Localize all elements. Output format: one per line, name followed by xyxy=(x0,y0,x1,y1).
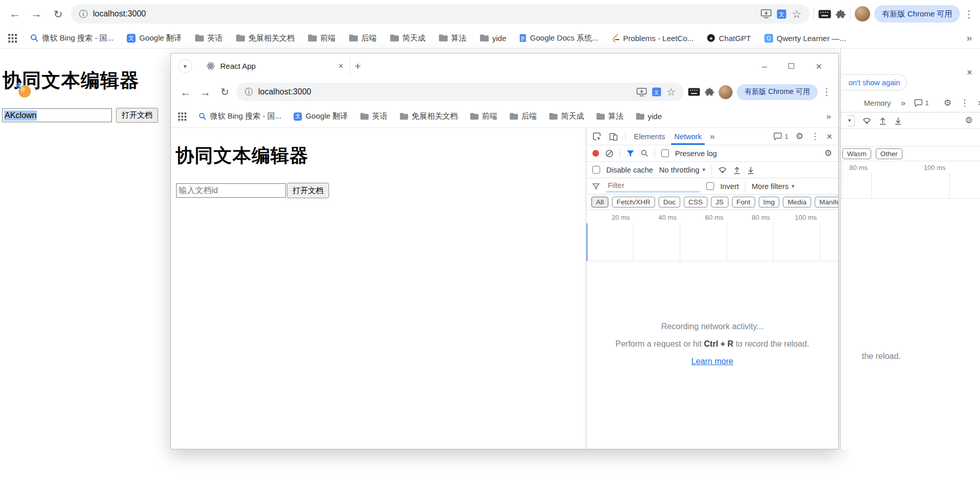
network-conditions-icon[interactable] xyxy=(862,117,871,124)
bookmark-star-icon[interactable]: ☆ xyxy=(792,9,801,20)
chip-fetch-xhr[interactable]: Fetch/XHR xyxy=(612,197,655,207)
browser-menu-icon[interactable]: ⋮ xyxy=(964,9,974,19)
back-icon[interactable]: ← xyxy=(6,5,24,23)
chip-manifest[interactable]: Manifest xyxy=(815,197,838,207)
filter-toggle-icon[interactable] xyxy=(626,150,635,157)
install-app-icon[interactable] xyxy=(637,88,647,97)
tab-close-icon[interactable]: × xyxy=(338,62,343,70)
new-tab-icon[interactable]: + xyxy=(350,59,366,74)
bookmark-item[interactable]: 微软 Bing 搜索 - 国... xyxy=(199,111,281,121)
bookmark-folder[interactable]: 算法 xyxy=(597,111,624,121)
bookmark-folder[interactable]: 后端 xyxy=(510,111,537,121)
devtools-close-icon[interactable]: × xyxy=(827,131,832,141)
bookmark-star-icon[interactable]: ☆ xyxy=(666,87,676,97)
bookmark-item[interactable]: 文 Google 翻译 xyxy=(294,111,348,121)
profile-avatar[interactable] xyxy=(855,6,870,22)
chip-font[interactable]: Font xyxy=(732,197,755,207)
address-bar[interactable]: ⓘ localhost:3000 文 ☆ xyxy=(237,83,684,101)
bookmark-item[interactable]: ∗ ChatGPT xyxy=(707,34,751,43)
bookmark-folder[interactable]: 英语 xyxy=(360,111,388,121)
keyboard-icon[interactable] xyxy=(688,88,700,96)
invert-checkbox[interactable] xyxy=(706,182,714,190)
record-network-icon[interactable] xyxy=(592,150,599,157)
tab-memory[interactable]: Memory xyxy=(863,99,892,107)
minimize-icon[interactable]: – xyxy=(762,62,767,71)
bookmark-folder[interactable]: 前端 xyxy=(470,111,497,121)
device-toolbar-icon[interactable] xyxy=(609,132,618,141)
translate-icon[interactable]: 文 xyxy=(777,9,786,19)
import-har-icon[interactable] xyxy=(733,166,741,174)
bookmark-folder[interactable]: 后端 xyxy=(349,33,377,43)
bookmark-folder[interactable]: yide xyxy=(636,112,662,121)
chip-css[interactable]: CSS xyxy=(684,197,707,207)
network-overview-timeline[interactable]: 20 ms 40 ms 60 ms 80 ms 100 ms xyxy=(586,210,838,261)
doc-id-input[interactable]: AKclown xyxy=(2,108,112,122)
browser-menu-icon[interactable]: ⋮ xyxy=(822,87,831,97)
import-har-icon[interactable] xyxy=(879,117,887,125)
tab-elements[interactable]: Elements xyxy=(633,132,666,141)
network-conditions-icon[interactable] xyxy=(718,166,727,174)
tab-search-icon[interactable]: ▾ xyxy=(178,59,192,73)
devtools-settings-icon[interactable]: ⚙ xyxy=(796,132,803,141)
infobar-close-icon[interactable]: × xyxy=(967,67,972,77)
devtools-menu-icon[interactable]: ⋮ xyxy=(811,132,819,141)
bookmarks-overflow-icon[interactable]: » xyxy=(967,33,972,43)
devtools-close-icon[interactable]: × xyxy=(978,98,980,108)
maximize-icon[interactable] xyxy=(789,63,794,69)
more-filters-dropdown[interactable]: More filters ▾ xyxy=(752,182,794,191)
open-doc-button[interactable]: 打开文档 xyxy=(116,108,158,123)
filter-input[interactable]: Filter xyxy=(606,180,700,193)
doc-id-input[interactable] xyxy=(176,183,286,198)
bookmark-folder[interactable]: yide xyxy=(480,34,507,43)
page-info-icon[interactable]: ⓘ xyxy=(79,10,88,18)
chip-wasm[interactable]: Wasm xyxy=(842,148,871,159)
chrome-update-button[interactable]: 有新版 Chrome 可用 xyxy=(737,84,818,100)
open-doc-button[interactable]: 打开文档 xyxy=(287,183,329,198)
chip-media[interactable]: Media xyxy=(783,197,811,207)
keyboard-icon[interactable] xyxy=(818,10,831,18)
throttling-select-fragment[interactable]: ▾ xyxy=(847,115,855,126)
inspect-element-icon[interactable] xyxy=(592,132,602,141)
extensions-puzzle-icon[interactable] xyxy=(704,87,715,97)
address-bar[interactable]: ⓘ localhost:3000 文 ☆ xyxy=(71,4,810,24)
chrome-update-button[interactable]: 有新版 Chrome 可用 xyxy=(874,5,960,23)
network-settings-icon[interactable]: ⚙ xyxy=(824,149,832,158)
back-icon[interactable]: ← xyxy=(178,84,194,100)
bookmark-folder[interactable]: 免展相关文档 xyxy=(400,111,458,121)
bookmark-item[interactable]: 文 Google 翻译 xyxy=(127,33,182,43)
install-app-icon[interactable] xyxy=(761,9,772,18)
preserve-log-checkbox[interactable] xyxy=(661,149,669,157)
reload-icon[interactable]: ↻ xyxy=(49,5,67,23)
more-tabs-icon[interactable]: » xyxy=(900,99,905,107)
bookmark-folder[interactable]: 英语 xyxy=(195,33,223,43)
reload-icon[interactable]: ↻ xyxy=(217,84,233,100)
chip-img[interactable]: Img xyxy=(759,197,780,207)
export-har-icon[interactable] xyxy=(894,117,902,125)
tab-react-app[interactable]: React App × xyxy=(200,57,350,75)
bookmark-folder[interactable]: 算法 xyxy=(439,33,467,43)
search-network-icon[interactable] xyxy=(641,149,648,157)
bookmark-item[interactable]: Q Qwerty Learner —... xyxy=(764,34,846,43)
translate-icon[interactable]: 文 xyxy=(652,87,661,97)
more-tabs-icon[interactable]: » xyxy=(710,132,715,141)
chip-all[interactable]: All xyxy=(591,197,608,207)
chip-js[interactable]: JS xyxy=(711,197,728,207)
network-settings-icon[interactable]: ⚙ xyxy=(965,116,973,125)
devtools-settings-icon[interactable]: ⚙ xyxy=(944,99,951,107)
chip-other[interactable]: Other xyxy=(876,148,902,159)
bookmark-folder[interactable]: 简天成 xyxy=(390,33,426,43)
outer-network-timeline[interactable]: 80 ms 100 ms xyxy=(841,161,980,199)
bookmark-folder[interactable]: 简天成 xyxy=(549,111,584,121)
bookmark-folder[interactable]: 前端 xyxy=(308,33,336,43)
throttling-select[interactable]: No throttling ▾ xyxy=(659,166,705,174)
clear-network-icon[interactable] xyxy=(605,149,613,158)
bookmark-item[interactable]: Problems - LeetCo... xyxy=(612,34,694,43)
export-har-icon[interactable] xyxy=(747,166,755,174)
bookmark-item[interactable]: Google Docs 系统... xyxy=(520,33,598,43)
bookmark-item[interactable]: 微软 Bing 搜索 - 国... xyxy=(30,33,113,43)
extensions-puzzle-icon[interactable] xyxy=(835,9,846,20)
chip-doc[interactable]: Doc xyxy=(659,197,680,207)
tab-network[interactable]: Network xyxy=(673,132,702,141)
disable-cache-checkbox[interactable] xyxy=(592,166,600,174)
devtools-menu-icon[interactable]: ⋮ xyxy=(960,99,969,107)
